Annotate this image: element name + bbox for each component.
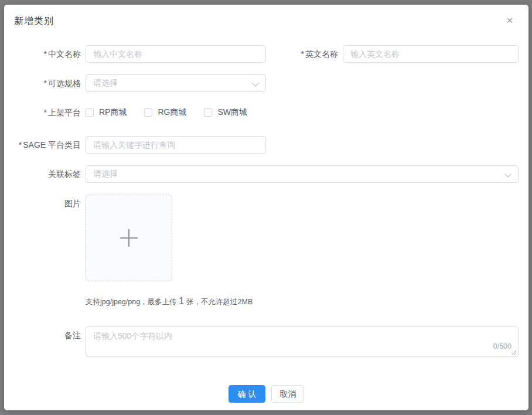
required-mark: *: [44, 108, 47, 117]
sage-label: *SAGE 平台类目: [4, 136, 86, 154]
spec-select-placeholder: 请选择: [93, 78, 118, 89]
spec-select[interactable]: 请选择: [86, 74, 266, 92]
cancel-button[interactable]: 取消: [271, 385, 304, 403]
dialog-title: 新增类别: [14, 15, 514, 28]
checkbox-icon: [144, 108, 152, 117]
upload-max-count: 1: [179, 295, 184, 307]
row-tags: 关联标签 请选择: [4, 165, 528, 183]
char-counter: 0/500: [493, 342, 511, 351]
tags-select[interactable]: 请选择: [86, 165, 519, 183]
tags-label: 关联标签: [4, 165, 86, 183]
checkbox-label: RP商城: [99, 107, 127, 118]
add-category-dialog: 新增类别 × *中文名称 *英文名称 *可选规格 请选择: [4, 5, 528, 410]
row-names: *中文名称 *英文名称: [4, 45, 528, 63]
sage-search-input[interactable]: [86, 136, 266, 154]
image-upload-dropzone[interactable]: [86, 195, 172, 281]
remark-textarea[interactable]: [86, 326, 519, 357]
en-name-item: *英文名称: [266, 45, 519, 63]
checkbox-icon: [86, 108, 94, 117]
sage-control: [86, 136, 266, 154]
upload-tip-text: 支持jpg/jpeg/png，最多上传 1 张，不允许超过2MB: [86, 296, 253, 307]
confirm-button[interactable]: 确 认: [229, 385, 266, 403]
platform-checkbox-group: RP商城 RG商城 SW商城: [86, 104, 265, 121]
required-mark: *: [44, 49, 47, 59]
checkbox-rg-mall[interactable]: RG商城: [144, 107, 186, 118]
platform-label: *上架平台: [4, 104, 86, 121]
close-icon[interactable]: ×: [503, 13, 517, 28]
required-mark: *: [301, 49, 304, 59]
dialog-footer: 确 认 取消: [4, 385, 528, 403]
en-name-input[interactable]: [343, 45, 519, 63]
image-upload-control: [86, 195, 172, 281]
spec-select-control: 请选择: [86, 74, 266, 92]
remark-label: 备注: [4, 326, 86, 344]
dialog-header: 新增类别 ×: [4, 5, 528, 28]
row-platform: *上架平台 RP商城 RG商城 SW商城: [4, 104, 528, 121]
checkbox-label: RG商城: [158, 107, 186, 118]
en-name-control: [343, 45, 519, 63]
row-upload-tip: 支持jpg/jpeg/png，最多上传 1 张，不允许超过2MB: [4, 296, 528, 307]
image-label: 图片: [4, 195, 86, 212]
tags-select-placeholder: 请选择: [93, 169, 118, 179]
row-image: 图片: [4, 195, 528, 281]
en-name-label: *英文名称: [266, 45, 343, 63]
checkbox-rp-mall[interactable]: RP商城: [86, 107, 127, 118]
cn-name-control: [86, 45, 266, 63]
required-mark: *: [19, 140, 22, 149]
row-spec: *可选规格 请选择: [4, 74, 528, 92]
checkbox-sw-mall[interactable]: SW商城: [204, 107, 247, 118]
checkbox-label: SW商城: [217, 107, 247, 118]
row-sage: *SAGE 平台类目: [4, 136, 528, 154]
tags-select-control: 请选择: [86, 165, 519, 183]
cn-name-label: *中文名称: [4, 45, 86, 63]
spec-label: *可选规格: [4, 74, 86, 92]
remark-control: 0/500: [86, 326, 519, 357]
required-mark: *: [44, 79, 47, 88]
dialog-body: *中文名称 *英文名称 *可选规格 请选择 *上架平台: [4, 45, 528, 357]
cn-name-input[interactable]: [86, 45, 266, 63]
checkbox-icon: [204, 108, 212, 117]
row-remark: 备注 0/500: [4, 326, 528, 357]
plus-icon: [120, 229, 138, 247]
